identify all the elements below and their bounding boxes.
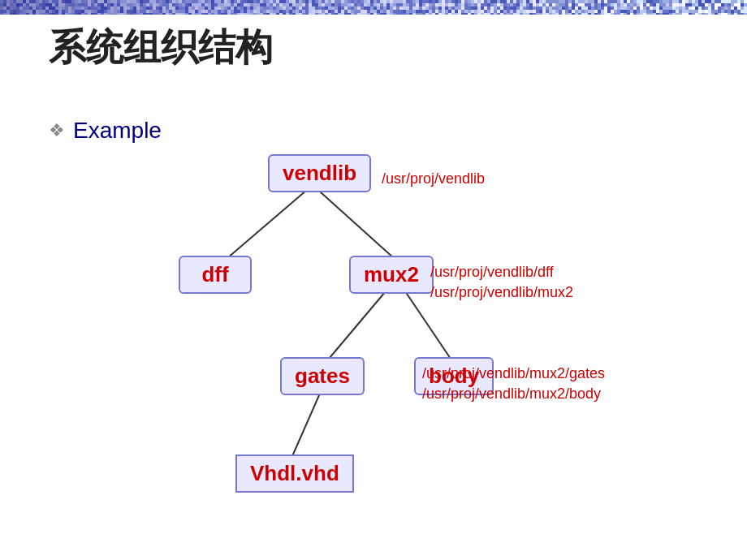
node-mux2: mux2: [349, 256, 434, 294]
top-border: [0, 0, 747, 15]
tree-diagram: vendlib dff mux2 gates body Vhdl.vhd /us…: [130, 138, 739, 536]
svg-line-1: [313, 185, 394, 258]
bullet-icon: ❖: [49, 120, 65, 141]
svg-line-0: [227, 185, 313, 258]
path-mux2: /usr/proj/vendlib/mux2: [430, 284, 573, 301]
svg-line-2: [329, 286, 390, 359]
node-gates: gates: [280, 357, 365, 395]
path-dff: /usr/proj/vendlib/dff: [430, 264, 554, 281]
svg-line-4: [292, 388, 322, 456]
tree-lines: [130, 138, 739, 536]
path-gates: /usr/proj/vendlib/mux2/gates: [422, 365, 605, 382]
path-body: /usr/proj/vendlib/mux2/body: [422, 386, 601, 403]
page-title: 系统组织结构: [49, 23, 273, 73]
node-vhdl: Vhdl.vhd: [235, 454, 354, 493]
node-vendlib: vendlib: [268, 154, 371, 192]
path-vendlib: /usr/proj/vendlib: [382, 170, 485, 187]
node-dff: dff: [179, 256, 252, 294]
